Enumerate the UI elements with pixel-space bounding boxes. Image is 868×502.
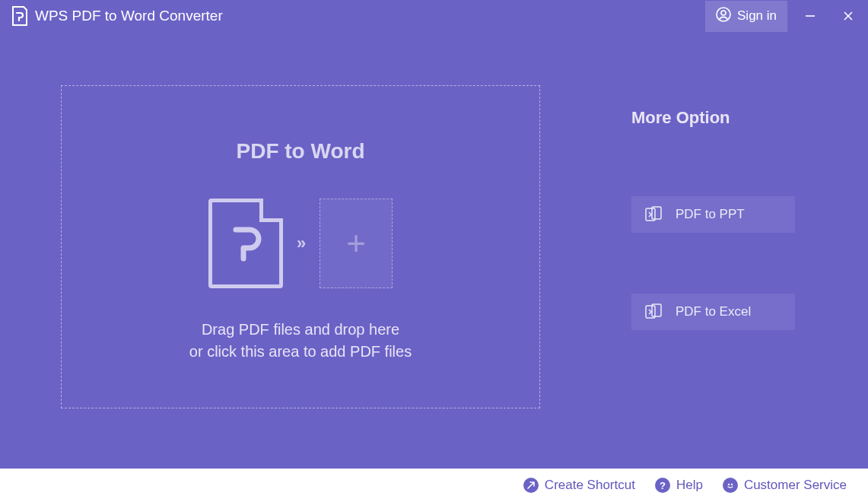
drop-text-line-2: or click this area to add PDF files xyxy=(189,341,412,363)
svg-point-10 xyxy=(731,484,733,485)
customer-service-link[interactable]: Customer Service xyxy=(723,478,847,493)
pdf-document-icon xyxy=(208,199,283,288)
help-link[interactable]: ? Help xyxy=(655,478,703,493)
create-shortcut-link[interactable]: Create Shortcut xyxy=(523,478,635,493)
dropzone-instructions: Drag PDF files and drop here or click th… xyxy=(189,319,412,363)
pdf-to-ppt-label: PDF to PPT xyxy=(676,207,745,222)
drop-text-line-1: Drag PDF files and drop here xyxy=(189,319,412,341)
ppt-convert-icon xyxy=(645,206,662,223)
create-shortcut-label: Create Shortcut xyxy=(545,478,635,493)
excel-convert-icon xyxy=(645,303,662,320)
close-icon xyxy=(842,10,854,22)
add-file-box[interactable]: + xyxy=(320,199,393,288)
pdf-to-excel-label: PDF to Excel xyxy=(676,304,751,319)
arrow-right-icon: » xyxy=(297,234,306,253)
title-bar: WPS PDF to Word Converter Sign in xyxy=(0,0,868,32)
sign-in-label: Sign in xyxy=(737,8,777,24)
svg-point-1 xyxy=(721,11,726,15)
dropzone-icons-row: » + xyxy=(208,199,393,288)
more-option-title: More Option xyxy=(631,108,815,128)
svg-point-0 xyxy=(717,8,730,21)
pdf-to-excel-button[interactable]: PDF to Excel xyxy=(631,294,795,330)
dropzone-title: PDF to Word xyxy=(236,139,364,164)
main-area: PDF to Word » + Drag PDF files and drop … xyxy=(0,32,868,469)
user-icon xyxy=(716,7,731,26)
side-panel: More Option PDF to PPT PDF to Excel xyxy=(631,85,815,438)
minimize-button[interactable] xyxy=(795,1,825,31)
close-button[interactable] xyxy=(833,1,863,31)
pdf-to-ppt-button[interactable]: PDF to PPT xyxy=(631,196,795,233)
pdf-dropzone[interactable]: PDF to Word » + Drag PDF files and drop … xyxy=(61,85,540,408)
sign-in-button[interactable]: Sign in xyxy=(705,1,787,32)
minimize-icon xyxy=(804,10,816,22)
customer-service-label: Customer Service xyxy=(744,478,847,493)
help-icon: ? xyxy=(655,478,670,493)
shortcut-icon xyxy=(523,478,539,493)
footer-bar: Create Shortcut ? Help Customer Service xyxy=(0,469,868,502)
help-label: Help xyxy=(676,478,703,493)
customer-service-icon xyxy=(723,478,738,493)
svg-point-9 xyxy=(728,484,730,485)
app-logo-icon xyxy=(11,6,27,26)
plus-icon: + xyxy=(346,224,366,262)
app-title: WPS PDF to Word Converter xyxy=(35,8,223,24)
